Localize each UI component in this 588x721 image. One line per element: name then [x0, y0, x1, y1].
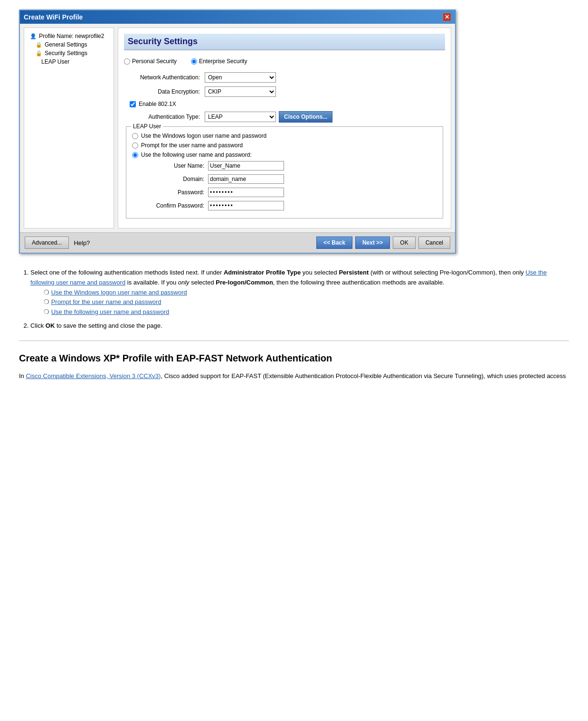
- profile-icon: [30, 33, 37, 39]
- radio-prompt-label: Prompt for the user name and password: [141, 142, 243, 149]
- dialog-close-button[interactable]: ✕: [443, 13, 451, 21]
- security-type-row: Personal Security Enterprise Security: [124, 56, 445, 66]
- para-rest: , Cisco added support for EAP-FAST (Exte…: [161, 372, 566, 379]
- eap-fast-paragraph: In Cisco Compatible Extensions, Version …: [19, 371, 569, 381]
- enterprise-security-option[interactable]: Enterprise Security: [191, 58, 247, 65]
- domain-label: Domain:: [142, 176, 208, 182]
- enterprise-security-radio[interactable]: [191, 58, 197, 65]
- section-divider: [19, 341, 569, 341]
- password-input[interactable]: [208, 188, 284, 197]
- auth-type-row: Authentication Type: LEAP EAP-FAST PEAP …: [124, 111, 445, 123]
- instruction-item-2: Click OK to save the setting and close t…: [30, 321, 569, 331]
- link-prompt[interactable]: Prompt for the user name and password: [51, 298, 161, 305]
- confirm-password-input[interactable]: [208, 201, 284, 210]
- right-panel: Security Settings Personal Security Ente…: [118, 28, 451, 228]
- left-panel-leap-user[interactable]: LEAP User: [28, 57, 110, 66]
- link-use-following-sub[interactable]: Use the following user name and password: [51, 308, 170, 315]
- domain-row: Domain:: [132, 174, 437, 184]
- auth-type-label: Authentication Type:: [124, 114, 205, 120]
- italic-only: only: [178, 279, 190, 286]
- left-panel-general-settings[interactable]: General Settings: [28, 40, 110, 49]
- create-wifi-dialog: Create WiFi Profile ✕ Profile Name: newp…: [19, 9, 456, 254]
- bold-persistent: Persistent: [339, 269, 369, 276]
- sub-auth-item-2: Prompt for the user name and password: [44, 297, 569, 307]
- left-panel-profile-name[interactable]: Profile Name: newprofile2: [28, 32, 110, 40]
- leap-user-groupbox: LEAP User Use the Windows logon user nam…: [126, 126, 443, 218]
- help-label: Help?: [74, 239, 90, 247]
- footer-right: << Back Next >> OK Cancel: [316, 237, 450, 249]
- leap-user-groupbox-legend: LEAP User: [131, 123, 163, 130]
- dialog-title: Create WiFi Profile: [24, 13, 83, 21]
- ok-button[interactable]: OK: [393, 237, 415, 249]
- profile-name-label: Profile Name: newprofile2: [39, 33, 104, 39]
- auth-type-control: LEAP EAP-FAST PEAP EAP-TLS EAP-TTLS Cisc…: [205, 111, 332, 123]
- next-button[interactable]: Next >>: [355, 237, 390, 249]
- advanced-button[interactable]: Advanced...: [25, 237, 69, 249]
- user-name-row: User Name:: [132, 161, 437, 171]
- radio-prompt-row[interactable]: Prompt for the user name and password: [132, 142, 437, 149]
- confirm-password-label: Confirm Password:: [142, 202, 208, 209]
- radio-windows-logon-label: Use the Windows logon user name and pass…: [141, 133, 266, 139]
- general-settings-label: General Settings: [45, 41, 87, 48]
- groupbox-content: Use the Windows logon user name and pass…: [132, 133, 437, 210]
- sub-auth-list: Use the Windows logon user name and pass…: [44, 288, 569, 317]
- leap-user-label: LEAP User: [41, 58, 69, 65]
- user-name-input[interactable]: [208, 161, 284, 171]
- link-ccxv3[interactable]: Cisco Compatible Extensions, Version 3 (…: [26, 372, 161, 379]
- lock-icon-security: [36, 50, 42, 57]
- dialog-body: Profile Name: newprofile2 General Settin…: [20, 24, 455, 232]
- dialog-footer: Advanced... Help? << Back Next >> OK Can…: [20, 232, 455, 253]
- enable-8021x-row: Enable 802.1X: [124, 101, 445, 107]
- radio-windows-logon[interactable]: [132, 133, 138, 139]
- cisco-options-button[interactable]: Cisco Options...: [279, 111, 332, 123]
- link-windows-logon[interactable]: Use the Windows logon user name and pass…: [51, 289, 187, 296]
- network-auth-row: Network Authentication: Open Shared WPA …: [124, 72, 445, 83]
- dialog-titlebar: Create WiFi Profile ✕: [20, 10, 455, 24]
- network-auth-select[interactable]: Open Shared WPA WPA-PSK: [205, 72, 276, 83]
- password-row: Password:: [132, 188, 437, 197]
- domain-input[interactable]: [208, 174, 284, 184]
- page-content: Select one of the following authenticati…: [0, 263, 588, 396]
- password-label: Password:: [142, 189, 208, 196]
- data-encryption-control: CKIP None WEP TKIP AES: [205, 86, 276, 97]
- left-panel-security-settings[interactable]: Security Settings: [28, 49, 110, 57]
- section-title: Security Settings: [124, 34, 445, 50]
- enterprise-security-label: Enterprise Security: [199, 58, 247, 65]
- enable-8021x-label: Enable 802.1X: [139, 101, 176, 107]
- radio-use-following-label: Use the following user name and password…: [141, 152, 252, 158]
- user-name-label: User Name:: [142, 162, 208, 169]
- sub-auth-item-1: Use the Windows logon user name and pass…: [44, 288, 569, 298]
- left-panel: Profile Name: newprofile2 General Settin…: [24, 28, 114, 228]
- network-auth-control: Open Shared WPA WPA-PSK: [205, 72, 276, 83]
- instruction-item-1: Select one of the following authenticati…: [30, 268, 569, 317]
- cancel-button[interactable]: Cancel: [418, 237, 450, 249]
- personal-security-label: Personal Security: [132, 58, 177, 65]
- personal-security-option[interactable]: Personal Security: [124, 58, 177, 65]
- instruction-text-1: Select one of the following authenticati…: [30, 269, 547, 286]
- data-encryption-label: Data Encryption:: [124, 88, 205, 95]
- radio-prompt[interactable]: [132, 142, 138, 149]
- radio-use-following[interactable]: [132, 152, 138, 158]
- data-encryption-row: Data Encryption: CKIP None WEP TKIP AES: [124, 86, 445, 97]
- bold-admin-profile: Administrator Profile Type: [224, 269, 301, 276]
- network-auth-label: Network Authentication:: [124, 74, 205, 81]
- radio-windows-logon-row[interactable]: Use the Windows logon user name and pass…: [132, 133, 437, 139]
- enable-8021x-checkbox[interactable]: [130, 101, 136, 107]
- footer-left: Advanced... Help?: [25, 237, 90, 249]
- security-settings-label: Security Settings: [45, 50, 87, 57]
- confirm-password-row: Confirm Password:: [132, 201, 437, 210]
- data-encryption-select[interactable]: CKIP None WEP TKIP AES: [205, 86, 276, 97]
- auth-type-select[interactable]: LEAP EAP-FAST PEAP EAP-TLS EAP-TTLS: [205, 112, 276, 122]
- instruction-text-2: Click OK to save the setting and close t…: [30, 322, 162, 329]
- instructions-list: Select one of the following authenticati…: [30, 268, 569, 331]
- bold-ok: OK: [46, 322, 55, 329]
- bold-prelogon: Pre-logon/Common: [216, 279, 273, 286]
- lock-icon-general: [36, 41, 42, 48]
- personal-security-radio[interactable]: [124, 58, 130, 65]
- sub-auth-item-3: Use the following user name and password: [44, 307, 569, 317]
- dialog-wrapper: Create WiFi Profile ✕ Profile Name: newp…: [0, 0, 588, 263]
- big-heading: Create a Windows XP* Profile with EAP-FA…: [19, 351, 569, 366]
- radio-use-following-row[interactable]: Use the following user name and password…: [132, 152, 437, 158]
- back-button[interactable]: << Back: [316, 237, 352, 249]
